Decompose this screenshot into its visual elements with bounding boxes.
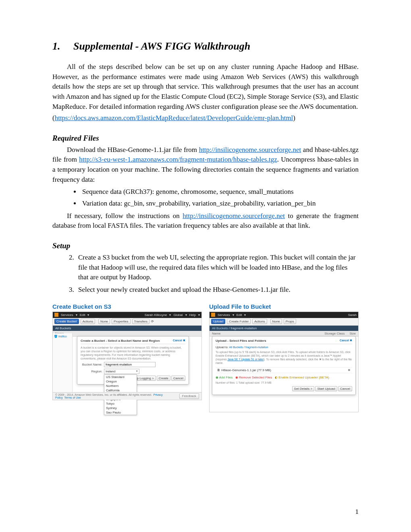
list-item: Sequence data (GRCh37): genome, chromoso…	[81, 187, 359, 197]
upload-button[interactable]: Upload	[211, 319, 225, 324]
figure-b-title: Upload File to Bucket	[209, 303, 359, 310]
create-bucket-dialog: Create a Bucket - Select a Bucket Name a…	[77, 336, 189, 384]
setup-steps: Create a S3 bucket from the web UI, sele…	[76, 253, 359, 295]
user-menu[interactable]: Sarah Killcoyne	[145, 313, 167, 317]
breadcrumb-all[interactable]: All Buckets	[212, 326, 228, 330]
upload-dialog: Upload - Select Files and Folders Cancel…	[212, 336, 356, 395]
bucket-item[interactable]: 🪣 insilico	[54, 335, 71, 338]
breadcrumb-bucket: fragment-mutation	[230, 326, 257, 330]
insilico-link-2[interactable]: http://insilicogenome.sourceforge.net	[183, 212, 285, 220]
terms-link[interactable]: Terms of Use	[64, 396, 81, 399]
start-upload-button[interactable]: Start Upload	[315, 386, 337, 391]
aws-logo-icon	[54, 313, 58, 317]
hbase-tables-link[interactable]: http://s3-eu-west-1.amazonaws.com/fragme…	[79, 156, 277, 163]
remove-selected-button[interactable]: ◉ Remove Selected Files	[235, 376, 272, 379]
properties-button[interactable]: Properties	[112, 319, 130, 324]
region-option[interactable]: US Standard	[104, 375, 137, 379]
bucket-list: 🪣 insilico	[53, 333, 73, 394]
set-details-button[interactable]: Set Details >	[292, 386, 315, 391]
required-files-heading: Required Files	[52, 134, 359, 143]
s3-toolbar: Upload Create Folder Actions None Props	[210, 318, 358, 326]
aws-console-upload: Services▾ Edit▾ Sarah Upload Create Fold…	[209, 312, 359, 412]
upload-stats: Number of files: 1 Total upload size: 77…	[216, 381, 352, 384]
create-folder-button[interactable]: Create Folder	[227, 319, 251, 324]
required-files-list: Sequence data (GRCh37): genome, chromoso…	[81, 187, 359, 208]
col-name: Name	[210, 331, 322, 336]
create-bucket-button[interactable]: Create Bucket	[54, 319, 79, 324]
page-number: 1	[355, 508, 359, 516]
aws-topbar: Services▾ Edit▾ Sarah Killcoyne▾ Global▾…	[53, 312, 201, 318]
remove-file-icon[interactable]: ✖	[348, 368, 351, 372]
breadcrumb: All Buckets	[53, 326, 201, 331]
intro-link-line: (https://docs.aws.amazon.com/ElasticMapR…	[52, 113, 359, 123]
upload-actions: ◉ Add Files ◉ Remove Selected Files ◐ En…	[216, 376, 352, 379]
intro-paragraph: All of the steps described below can be …	[52, 62, 359, 112]
services-menu[interactable]: Services	[61, 313, 73, 317]
heading-1: 1.Supplemental - AWS FIGG Walkthrough	[52, 40, 359, 52]
file-icon: 🗎	[217, 368, 221, 372]
heading-title: Supplemental - AWS FIGG Walkthrough	[73, 40, 250, 52]
file-list: 🗎 HBase-Genomes-1.1.jar (77.9 MB) ✖	[216, 367, 352, 373]
feedback-button[interactable]: Feedback	[179, 393, 199, 399]
region-option[interactable]: Northern	[104, 384, 137, 388]
edit-menu[interactable]: Edit	[237, 313, 242, 317]
dialog-description: A bucket is a container for objects stor…	[81, 346, 185, 360]
cancel-button[interactable]: Cancel	[171, 376, 185, 381]
add-files-button[interactable]: ◉ Add Files	[216, 376, 232, 379]
upload-crumb-bucket[interactable]: fragment-mutation	[245, 346, 268, 349]
none-button[interactable]: None	[270, 319, 282, 324]
list-item: Variation data: gc_bin, snv_probability,…	[81, 199, 359, 209]
upload-crumb-all[interactable]: All Buckets	[229, 346, 243, 349]
file-row: 🗎 HBase-Genomes-1.1.jar (77.9 MB) ✖	[216, 367, 352, 373]
required-files-p1: Download the HBase-Genome-1.1.jar file f…	[52, 145, 359, 185]
properties-button[interactable]: Props	[284, 319, 296, 324]
insilico-link-1[interactable]: http://insilicogenome.sourceforge.net	[199, 146, 301, 154]
col-storage-class: Storage Class	[322, 331, 347, 336]
upload-breadcrumb: Upload to: All Buckets / fragment-mutati…	[216, 346, 352, 349]
services-menu[interactable]: Services	[218, 313, 230, 317]
refresh-icon[interactable]: ⟳	[151, 320, 154, 323]
region-select[interactable]: Ireland	[104, 369, 139, 374]
region-option[interactable]: Sydney	[104, 406, 137, 410]
help-menu[interactable]: Help	[189, 313, 196, 317]
user-menu[interactable]: Sarah	[348, 313, 357, 317]
region-option[interactable]: Tokyo	[104, 401, 137, 406]
breadcrumb: All Buckets / fragment-mutation	[210, 326, 358, 331]
none-button[interactable]: None	[98, 319, 110, 324]
heading-number: 1.	[52, 40, 73, 52]
upload-description: To upload files (up to 5 TB each) to Ama…	[216, 350, 352, 365]
emr-docs-link[interactable]: https://docs.aws.amazon.com/ElasticMapRe…	[55, 114, 293, 122]
create-button[interactable]: Create	[157, 376, 170, 381]
actions-button[interactable]: Actions	[81, 319, 95, 324]
figure-a-title: Create Bucket on S3	[52, 303, 202, 310]
dialog-cancel-link[interactable]: Cancel ✖	[173, 339, 185, 343]
dialog-title: Create a Bucket - Select a Bucket Name a…	[81, 339, 160, 343]
step-3: Select your newly created bucket and upl…	[76, 285, 359, 295]
s3-toolbar: Create Bucket Actions None Properties Tr…	[53, 318, 201, 326]
region-label: Region:	[81, 370, 102, 373]
aws-console-create-bucket: Services▾ Edit▾ Sarah Killcoyne▾ Global▾…	[52, 312, 202, 400]
setup-heading: Setup	[52, 241, 359, 250]
aws-logo-icon	[211, 313, 215, 317]
dialog-title: Upload - Select Files and Folders	[216, 339, 266, 343]
console-footer: © 2009 - 2014, Amazon Web Services, Inc.…	[53, 392, 201, 400]
file-name: HBase-Genomes-1.1.jar (77.9 MB)	[221, 368, 271, 372]
aws-topbar: Services▾ Edit▾ Sarah	[210, 312, 358, 318]
region-option[interactable]: Sao Paulo	[104, 410, 137, 415]
dialog-cancel-link[interactable]: Cancel ✖	[340, 339, 352, 343]
region-option[interactable]: Oregon	[104, 379, 137, 384]
bucket-name-label: Bucket Name:	[81, 363, 102, 366]
actions-button[interactable]: Actions	[252, 319, 267, 324]
bucket-name-input[interactable]	[104, 362, 156, 367]
col-size: Size	[347, 331, 358, 336]
java-link[interactable]: Java SE 7 Update 51 or later	[228, 358, 264, 361]
step-2: Create a S3 bucket from the web UI, sele…	[76, 253, 359, 283]
cancel-button[interactable]: Cancel	[338, 386, 352, 391]
transfers-button[interactable]: Transfers	[132, 319, 150, 324]
enable-uploader-button[interactable]: ◐ Enable Enhanced Uploader (BETA)	[275, 376, 329, 379]
required-files-p2: If necessary, follow the instructions on…	[52, 211, 359, 231]
region-menu[interactable]: Global	[173, 313, 183, 317]
edit-menu[interactable]: Edit	[80, 313, 85, 317]
